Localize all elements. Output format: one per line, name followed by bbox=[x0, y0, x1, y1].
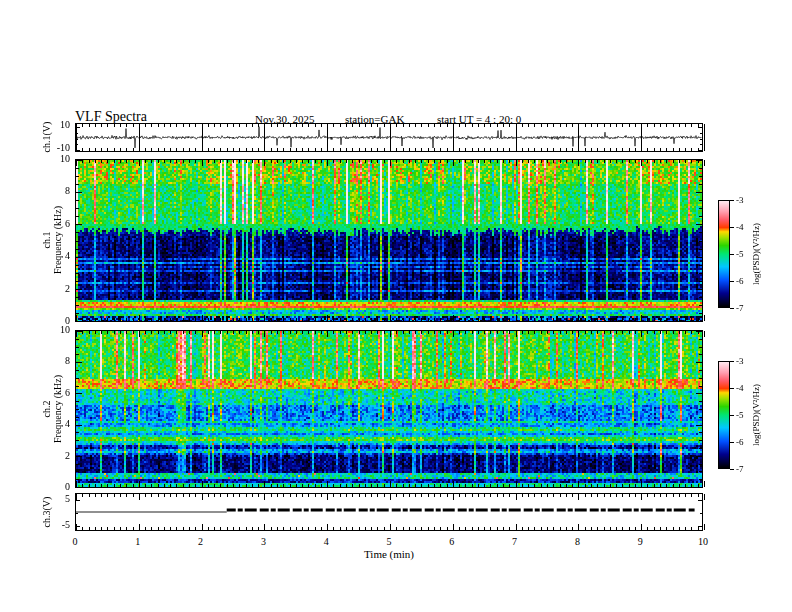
x-minor-tick bbox=[258, 494, 259, 497]
x-minor-tick bbox=[409, 318, 410, 321]
x-minor-tick bbox=[541, 160, 542, 163]
y-major-tick bbox=[696, 192, 702, 193]
x-minor-tick bbox=[591, 160, 592, 163]
x-minor-tick bbox=[384, 148, 385, 151]
x-minor-tick bbox=[189, 484, 190, 487]
x-minor-tick bbox=[484, 331, 485, 334]
x-minor-tick bbox=[308, 148, 309, 151]
x-minor-tick bbox=[302, 494, 303, 497]
y-minor-tick bbox=[76, 354, 79, 355]
x-minor-tick bbox=[497, 331, 498, 334]
x-minor-tick bbox=[208, 527, 209, 530]
x-minor-tick bbox=[616, 124, 617, 127]
x-minor-tick bbox=[403, 527, 404, 530]
x-minor-tick bbox=[428, 124, 429, 127]
y-tick bbox=[76, 500, 80, 501]
x-minor-tick bbox=[415, 124, 416, 127]
y-major-tick bbox=[76, 456, 82, 457]
y-minor-tick bbox=[699, 386, 702, 387]
y-major-tick bbox=[76, 192, 82, 193]
x-minor-tick bbox=[604, 318, 605, 321]
x-minor-tick bbox=[183, 484, 184, 487]
x-minor-tick bbox=[126, 160, 127, 163]
x-minor-tick bbox=[365, 124, 366, 127]
x-minor-tick bbox=[126, 124, 127, 127]
x-major-tick bbox=[578, 315, 579, 321]
x-minor-tick bbox=[560, 160, 561, 163]
x-minor-tick bbox=[258, 148, 259, 151]
x-minor-tick bbox=[447, 160, 448, 163]
x-minor-tick bbox=[233, 494, 234, 497]
x-minor-tick bbox=[126, 331, 127, 334]
x-minor-tick bbox=[541, 494, 542, 497]
x-minor-tick bbox=[472, 527, 473, 530]
x-minor-tick bbox=[509, 148, 510, 151]
x-minor-tick bbox=[547, 318, 548, 321]
x-minor-tick bbox=[660, 124, 661, 127]
x-minor-tick bbox=[114, 527, 115, 530]
x-minor-tick bbox=[597, 124, 598, 127]
colorbar-ch1 bbox=[718, 200, 730, 308]
ch2-spectrogram-canvas bbox=[76, 331, 702, 487]
y-major-tick bbox=[696, 425, 702, 426]
x-minor-tick bbox=[252, 484, 253, 487]
x-minor-tick bbox=[220, 148, 221, 151]
x-minor-tick bbox=[371, 160, 372, 163]
x-minor-tick bbox=[541, 318, 542, 321]
x-minor-tick bbox=[440, 494, 441, 497]
colorbar-tick bbox=[730, 281, 734, 282]
x-minor-tick bbox=[164, 124, 165, 127]
y-minor-tick bbox=[76, 440, 79, 441]
x-minor-tick bbox=[271, 527, 272, 530]
x-minor-tick bbox=[133, 484, 134, 487]
x-minor-tick bbox=[528, 148, 529, 151]
x-minor-tick bbox=[409, 331, 410, 334]
x-major-tick bbox=[202, 124, 203, 151]
x-minor-tick bbox=[126, 148, 127, 151]
y-minor-tick bbox=[76, 216, 79, 217]
x-minor-tick bbox=[679, 527, 680, 530]
x-minor-tick bbox=[151, 318, 152, 321]
x-minor-tick bbox=[346, 318, 347, 321]
x-minor-tick bbox=[560, 484, 561, 487]
x-minor-tick bbox=[553, 124, 554, 127]
vlf-spectra-figure: VLF Spectra Nov.30, 2025 station=GAK sta… bbox=[0, 0, 792, 612]
y-minor-tick bbox=[76, 479, 79, 480]
y-minor-tick bbox=[699, 265, 702, 266]
x-tick-label: 2 bbox=[198, 536, 203, 547]
x-minor-tick bbox=[170, 484, 171, 487]
x-minor-tick bbox=[176, 124, 177, 127]
x-minor-tick bbox=[647, 148, 648, 151]
x-minor-tick bbox=[359, 484, 360, 487]
x-minor-tick bbox=[691, 318, 692, 321]
y-major-tick bbox=[696, 362, 702, 363]
x-minor-tick bbox=[308, 160, 309, 163]
x-minor-tick bbox=[616, 318, 617, 321]
x-minor-tick bbox=[666, 494, 667, 497]
x-minor-tick bbox=[534, 160, 535, 163]
x-major-tick bbox=[453, 160, 454, 166]
y-major-tick bbox=[76, 362, 82, 363]
x-major-tick bbox=[264, 124, 265, 151]
x-minor-tick bbox=[277, 160, 278, 163]
x-minor-tick bbox=[126, 318, 127, 321]
x-minor-tick bbox=[566, 331, 567, 334]
x-minor-tick bbox=[560, 124, 561, 127]
x-minor-tick bbox=[572, 527, 573, 530]
y-minor-tick bbox=[699, 401, 702, 402]
x-minor-tick bbox=[616, 527, 617, 530]
x-minor-tick bbox=[101, 318, 102, 321]
x-major-tick bbox=[327, 124, 328, 151]
x-minor-tick bbox=[547, 527, 548, 530]
x-minor-tick bbox=[440, 484, 441, 487]
x-minor-tick bbox=[679, 148, 680, 151]
x-minor-tick bbox=[497, 160, 498, 163]
x-minor-tick bbox=[553, 331, 554, 334]
x-minor-tick bbox=[89, 484, 90, 487]
x-minor-tick bbox=[164, 484, 165, 487]
y-minor-tick bbox=[699, 273, 702, 274]
x-minor-tick bbox=[685, 160, 686, 163]
x-minor-tick bbox=[315, 318, 316, 321]
x-minor-tick bbox=[522, 331, 523, 334]
x-minor-tick bbox=[428, 331, 429, 334]
